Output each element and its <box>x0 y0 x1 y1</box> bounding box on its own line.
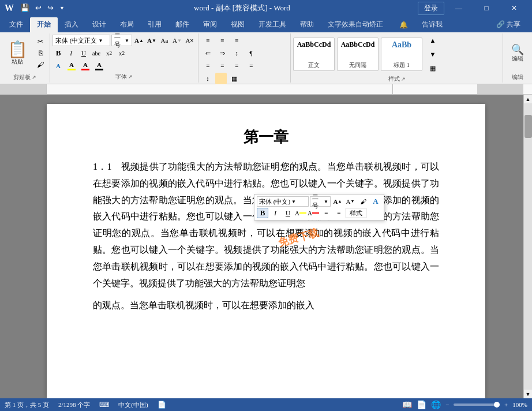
mini-style-button[interactable]: 样式 <box>346 208 366 218</box>
mini-numbering-button[interactable]: ≡ <box>333 208 344 218</box>
zoom-level[interactable]: 100% <box>512 401 527 408</box>
tab-references[interactable]: 引用 <box>141 17 168 32</box>
login-button[interactable]: 登录 <box>418 2 444 15</box>
mini-highlight-button[interactable]: A <box>295 208 306 218</box>
scroll-track[interactable] <box>524 103 532 390</box>
mini-text-effects[interactable]: A <box>370 196 381 207</box>
italic-button[interactable]: I <box>65 47 77 59</box>
clipboard-expand-icon[interactable]: ↗ <box>32 74 36 80</box>
minimize-button[interactable]: — <box>445 0 472 16</box>
zoom-out-icon[interactable]: − <box>445 401 449 408</box>
borders-button[interactable]: ▦ <box>227 73 241 84</box>
align-left-button[interactable]: ≡ <box>201 60 215 72</box>
tab-layout[interactable]: 布局 <box>113 17 141 32</box>
line-spacing-button[interactable]: ↕ <box>201 73 215 84</box>
tab-developer[interactable]: 开发工具 <box>252 17 293 32</box>
show-marks-button[interactable]: ¶ <box>244 47 258 59</box>
font-name-dropdown[interactable]: 宋体 (中文正文 ▼ <box>53 35 110 46</box>
web-layout-icon[interactable]: 🌐 <box>431 400 441 410</box>
mini-bullets-button[interactable]: ≡ <box>320 208 332 218</box>
tab-bell[interactable]: 🔔 <box>392 18 415 32</box>
mini-font-size-dropdown[interactable]: 二号 ▼ <box>310 196 331 207</box>
tab-view[interactable]: 视图 <box>224 17 252 32</box>
change-case-button[interactable]: Aa <box>159 35 170 46</box>
quick-access-dropdown-icon[interactable]: ▼ <box>58 5 66 11</box>
mini-font-name-dropdown[interactable]: 宋体 (中文) ▼ <box>257 196 309 207</box>
document-paragraph2[interactable]: 的观点。当您单击联机视频时，可以在想要添加的嵌入 <box>93 297 439 314</box>
style-no-spacing[interactable]: AaBbCcDd 无间隔 <box>337 38 379 71</box>
font-size-dropdown[interactable]: 二号 ▼ <box>111 35 132 46</box>
tab-tell-me[interactable]: 告诉我 <box>415 17 449 32</box>
tab-home[interactable]: 开始 <box>30 17 58 32</box>
para-indent-row: ⇐ ⇒ ↕ ¶ <box>201 47 258 59</box>
text-highlight-btn[interactable]: A <box>65 61 78 70</box>
close-button[interactable]: ✕ <box>501 0 527 16</box>
tab-file[interactable]: 文件 <box>2 17 30 32</box>
mini-italic-button[interactable]: I <box>269 208 281 218</box>
styles-expand[interactable]: ▦ <box>426 62 440 74</box>
mini-format-paint[interactable]: 🖌 <box>357 196 369 207</box>
mini-underline-button[interactable]: U <box>282 208 294 218</box>
styles-scroll-down[interactable]: ▼ <box>426 48 440 60</box>
decrease-font-button[interactable]: A▼ <box>146 35 158 46</box>
text-highlight-color-button[interactable]: A▼ <box>171 35 183 46</box>
cut-button[interactable]: ✂ <box>33 37 47 47</box>
font-expand-icon[interactable]: ↗ <box>128 74 133 80</box>
styles-scroll-up[interactable]: ▲ <box>426 35 440 46</box>
zoom-thumb[interactable] <box>494 402 500 408</box>
find-button[interactable]: 🔍 编辑 <box>509 43 526 64</box>
superscript-button[interactable]: x2 <box>116 47 128 59</box>
style-normal[interactable]: AaBbCcDd 正文 <box>293 38 335 71</box>
format-paint-button[interactable]: 🖌 <box>33 60 47 70</box>
mini-color-button[interactable]: A <box>308 208 319 218</box>
shading-button[interactable] <box>215 73 227 84</box>
paste-label: 粘贴 <box>12 58 23 66</box>
font-color-auto-btn[interactable]: A <box>93 61 106 70</box>
tab-insert[interactable]: 插入 <box>58 17 85 32</box>
mini-increase-font[interactable]: A▲ <box>332 196 343 207</box>
strikethrough-button[interactable]: abc <box>91 47 102 59</box>
zoom-slider[interactable] <box>454 403 500 406</box>
justify-button[interactable]: ≡ <box>244 60 258 72</box>
print-layout-icon[interactable]: 📄 <box>417 400 426 410</box>
multilevel-list-button[interactable]: ≡ <box>230 35 243 46</box>
maximize-button[interactable]: □ <box>473 0 500 16</box>
increase-font-button[interactable]: A▲ <box>133 35 145 46</box>
scroll-up-button[interactable]: ▲ <box>524 95 533 103</box>
paste-button[interactable]: 📋 粘贴 <box>2 36 32 71</box>
document-paragraph[interactable]: 1．1 视频提供了功能强大的方法帮助您证明您的观点。当您单击联机视频时，可以在想… <box>93 159 439 292</box>
vertical-scrollbar[interactable]: ▲ ▼ <box>523 95 532 398</box>
mini-bold-button[interactable]: B <box>257 208 268 218</box>
copy-button[interactable]: ⎘ <box>33 48 47 59</box>
numbering-button[interactable]: ≡ <box>215 35 229 46</box>
tab-review[interactable]: 审阅 <box>196 17 224 32</box>
sort-button[interactable]: ↕ <box>230 47 243 59</box>
zoom-in-icon[interactable]: + <box>504 401 508 408</box>
share-icon[interactable]: 🔗 共享 <box>489 17 527 32</box>
tab-help[interactable]: 帮助 <box>293 17 321 32</box>
align-right-button[interactable]: ≡ <box>230 60 243 72</box>
style-heading1[interactable]: AaBb 标题 1 <box>381 38 422 71</box>
scroll-thumb[interactable] <box>524 115 532 138</box>
decrease-indent-button[interactable]: ⇐ <box>201 47 215 59</box>
tab-mailings[interactable]: 邮件 <box>168 17 196 32</box>
font-color-btn[interactable]: A <box>79 61 92 70</box>
bold-button[interactable]: B <box>53 47 64 59</box>
read-mode-icon[interactable]: 📖 <box>402 400 412 410</box>
clear-formatting-button[interactable]: A✕ <box>184 35 196 46</box>
mini-decrease-font[interactable]: A▼ <box>344 196 356 207</box>
increase-indent-button[interactable]: ⇒ <box>215 47 229 59</box>
title-bar-controls: 登录 — □ ✕ <box>418 0 527 16</box>
scroll-down-button[interactable]: ▼ <box>524 390 533 398</box>
subscript-button[interactable]: x2 <box>103 47 115 59</box>
bullets-button[interactable]: ≡ <box>201 35 215 46</box>
underline-button[interactable]: U <box>78 47 89 59</box>
tab-design[interactable]: 设计 <box>85 17 113 32</box>
save-icon[interactable]: 💾 <box>18 3 31 13</box>
styles-expand-icon[interactable]: ↗ <box>401 76 406 82</box>
undo-icon[interactable]: ↩ <box>33 3 43 13</box>
tab-text-effects[interactable]: 文字效果自动矫正 <box>321 17 390 32</box>
text-effects-button[interactable]: A <box>53 60 64 72</box>
align-center-button[interactable]: ≡ <box>215 60 229 72</box>
redo-icon[interactable]: ↪ <box>46 3 55 13</box>
